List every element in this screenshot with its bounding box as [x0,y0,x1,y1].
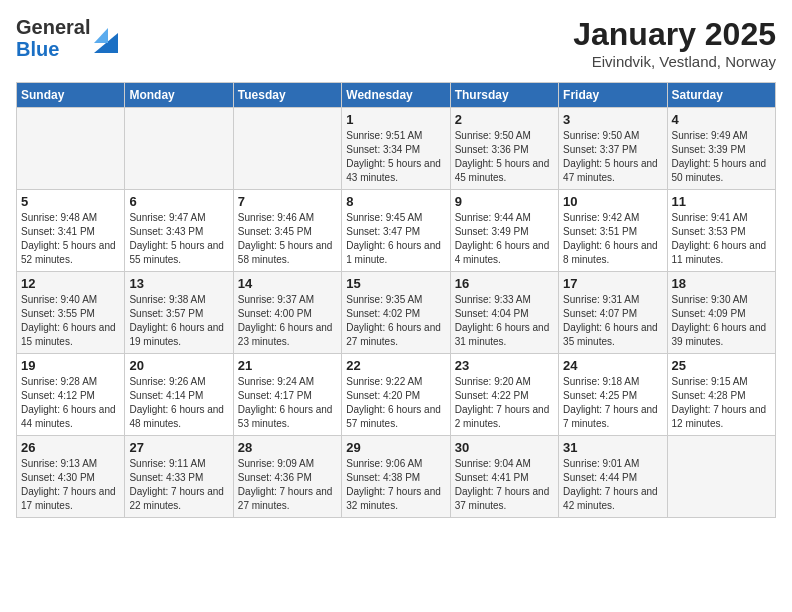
day-cell: 24Sunrise: 9:18 AM Sunset: 4:25 PM Dayli… [559,354,667,436]
day-cell: 6Sunrise: 9:47 AM Sunset: 3:43 PM Daylig… [125,190,233,272]
day-cell: 17Sunrise: 9:31 AM Sunset: 4:07 PM Dayli… [559,272,667,354]
day-number: 18 [672,276,771,291]
day-number: 7 [238,194,337,209]
day-number: 6 [129,194,228,209]
day-cell: 27Sunrise: 9:11 AM Sunset: 4:33 PM Dayli… [125,436,233,518]
day-number: 23 [455,358,554,373]
day-number: 3 [563,112,662,127]
day-info: Sunrise: 9:04 AM Sunset: 4:41 PM Dayligh… [455,457,554,513]
day-info: Sunrise: 9:33 AM Sunset: 4:04 PM Dayligh… [455,293,554,349]
day-number: 26 [21,440,120,455]
day-info: Sunrise: 9:37 AM Sunset: 4:00 PM Dayligh… [238,293,337,349]
day-cell: 1Sunrise: 9:51 AM Sunset: 3:34 PM Daylig… [342,108,450,190]
col-header-wednesday: Wednesday [342,83,450,108]
day-info: Sunrise: 9:42 AM Sunset: 3:51 PM Dayligh… [563,211,662,267]
day-number: 15 [346,276,445,291]
day-cell [125,108,233,190]
page-header: General Blue January 2025 Eivindvik, Ves… [16,16,776,70]
day-cell: 8Sunrise: 9:45 AM Sunset: 3:47 PM Daylig… [342,190,450,272]
day-number: 31 [563,440,662,455]
day-number: 4 [672,112,771,127]
day-cell: 9Sunrise: 9:44 AM Sunset: 3:49 PM Daylig… [450,190,558,272]
day-info: Sunrise: 9:44 AM Sunset: 3:49 PM Dayligh… [455,211,554,267]
day-info: Sunrise: 9:46 AM Sunset: 3:45 PM Dayligh… [238,211,337,267]
day-info: Sunrise: 9:11 AM Sunset: 4:33 PM Dayligh… [129,457,228,513]
day-cell: 15Sunrise: 9:35 AM Sunset: 4:02 PM Dayli… [342,272,450,354]
page-title: January 2025 [573,16,776,53]
day-number: 29 [346,440,445,455]
day-cell: 3Sunrise: 9:50 AM Sunset: 3:37 PM Daylig… [559,108,667,190]
day-number: 5 [21,194,120,209]
day-cell: 18Sunrise: 9:30 AM Sunset: 4:09 PM Dayli… [667,272,775,354]
day-cell: 23Sunrise: 9:20 AM Sunset: 4:22 PM Dayli… [450,354,558,436]
day-number: 16 [455,276,554,291]
day-info: Sunrise: 9:51 AM Sunset: 3:34 PM Dayligh… [346,129,445,185]
day-info: Sunrise: 9:48 AM Sunset: 3:41 PM Dayligh… [21,211,120,267]
week-row-3: 12Sunrise: 9:40 AM Sunset: 3:55 PM Dayli… [17,272,776,354]
day-cell: 21Sunrise: 9:24 AM Sunset: 4:17 PM Dayli… [233,354,341,436]
day-info: Sunrise: 9:18 AM Sunset: 4:25 PM Dayligh… [563,375,662,431]
day-number: 17 [563,276,662,291]
day-number: 9 [455,194,554,209]
day-number: 27 [129,440,228,455]
day-cell: 2Sunrise: 9:50 AM Sunset: 3:36 PM Daylig… [450,108,558,190]
logo-text: General Blue [16,16,90,60]
svg-marker-1 [94,28,108,43]
day-number: 22 [346,358,445,373]
day-number: 19 [21,358,120,373]
day-cell: 29Sunrise: 9:06 AM Sunset: 4:38 PM Dayli… [342,436,450,518]
day-info: Sunrise: 9:09 AM Sunset: 4:36 PM Dayligh… [238,457,337,513]
day-info: Sunrise: 9:50 AM Sunset: 3:37 PM Dayligh… [563,129,662,185]
week-row-2: 5Sunrise: 9:48 AM Sunset: 3:41 PM Daylig… [17,190,776,272]
day-number: 20 [129,358,228,373]
day-number: 8 [346,194,445,209]
day-info: Sunrise: 9:35 AM Sunset: 4:02 PM Dayligh… [346,293,445,349]
day-cell: 14Sunrise: 9:37 AM Sunset: 4:00 PM Dayli… [233,272,341,354]
logo: General Blue [16,16,118,60]
day-number: 28 [238,440,337,455]
logo-blue: Blue [16,38,90,60]
logo-icon [94,23,118,53]
day-info: Sunrise: 9:22 AM Sunset: 4:20 PM Dayligh… [346,375,445,431]
day-cell: 19Sunrise: 9:28 AM Sunset: 4:12 PM Dayli… [17,354,125,436]
day-cell: 10Sunrise: 9:42 AM Sunset: 3:51 PM Dayli… [559,190,667,272]
day-cell: 16Sunrise: 9:33 AM Sunset: 4:04 PM Dayli… [450,272,558,354]
day-number: 21 [238,358,337,373]
day-info: Sunrise: 9:38 AM Sunset: 3:57 PM Dayligh… [129,293,228,349]
col-header-sunday: Sunday [17,83,125,108]
day-number: 14 [238,276,337,291]
week-row-1: 1Sunrise: 9:51 AM Sunset: 3:34 PM Daylig… [17,108,776,190]
week-row-4: 19Sunrise: 9:28 AM Sunset: 4:12 PM Dayli… [17,354,776,436]
title-block: January 2025 Eivindvik, Vestland, Norway [573,16,776,70]
day-number: 24 [563,358,662,373]
col-header-monday: Monday [125,83,233,108]
day-info: Sunrise: 9:28 AM Sunset: 4:12 PM Dayligh… [21,375,120,431]
day-cell: 13Sunrise: 9:38 AM Sunset: 3:57 PM Dayli… [125,272,233,354]
col-header-thursday: Thursday [450,83,558,108]
day-number: 11 [672,194,771,209]
day-cell: 4Sunrise: 9:49 AM Sunset: 3:39 PM Daylig… [667,108,775,190]
day-info: Sunrise: 9:01 AM Sunset: 4:44 PM Dayligh… [563,457,662,513]
day-number: 12 [21,276,120,291]
day-info: Sunrise: 9:45 AM Sunset: 3:47 PM Dayligh… [346,211,445,267]
day-info: Sunrise: 9:31 AM Sunset: 4:07 PM Dayligh… [563,293,662,349]
day-info: Sunrise: 9:30 AM Sunset: 4:09 PM Dayligh… [672,293,771,349]
day-info: Sunrise: 9:49 AM Sunset: 3:39 PM Dayligh… [672,129,771,185]
col-header-tuesday: Tuesday [233,83,341,108]
calendar-table: SundayMondayTuesdayWednesdayThursdayFrid… [16,82,776,518]
day-info: Sunrise: 9:24 AM Sunset: 4:17 PM Dayligh… [238,375,337,431]
day-cell: 5Sunrise: 9:48 AM Sunset: 3:41 PM Daylig… [17,190,125,272]
day-number: 10 [563,194,662,209]
page-subtitle: Eivindvik, Vestland, Norway [573,53,776,70]
day-info: Sunrise: 9:41 AM Sunset: 3:53 PM Dayligh… [672,211,771,267]
day-cell: 30Sunrise: 9:04 AM Sunset: 4:41 PM Dayli… [450,436,558,518]
header-row: SundayMondayTuesdayWednesdayThursdayFrid… [17,83,776,108]
day-info: Sunrise: 9:26 AM Sunset: 4:14 PM Dayligh… [129,375,228,431]
day-cell: 31Sunrise: 9:01 AM Sunset: 4:44 PM Dayli… [559,436,667,518]
logo-general: General [16,16,90,38]
col-header-friday: Friday [559,83,667,108]
day-cell: 22Sunrise: 9:22 AM Sunset: 4:20 PM Dayli… [342,354,450,436]
day-cell: 20Sunrise: 9:26 AM Sunset: 4:14 PM Dayli… [125,354,233,436]
day-cell [667,436,775,518]
day-cell: 11Sunrise: 9:41 AM Sunset: 3:53 PM Dayli… [667,190,775,272]
